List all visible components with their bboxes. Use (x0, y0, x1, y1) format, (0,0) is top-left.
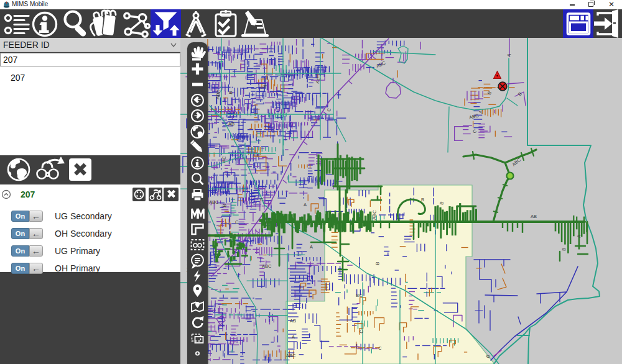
svg-text:A: A (304, 202, 307, 207)
svg-text:C: C (472, 128, 478, 135)
svg-text:B: B (486, 90, 493, 96)
svg-text:AB: AB (228, 121, 234, 127)
svg-text:C: C (326, 107, 332, 112)
svg-text:BC: BC (356, 293, 363, 298)
svg-text:A: A (576, 234, 582, 238)
svg-text:B: B (517, 91, 523, 98)
svg-text:ABC: ABC (209, 199, 219, 205)
svg-text:A: A (310, 244, 313, 250)
svg-text:ABC: ABC (511, 157, 522, 167)
svg-text:ABC: ABC (375, 60, 386, 69)
svg-text:AC: AC (314, 76, 322, 84)
svg-text:A: A (506, 53, 512, 57)
svg-text:C: C (378, 345, 382, 351)
svg-text:B: B (421, 197, 424, 202)
svg-text:B: B (228, 91, 234, 95)
svg-text:ABC: ABC (371, 210, 378, 220)
svg-text:ABC: ABC (262, 263, 272, 269)
svg-text:AB: AB (531, 214, 537, 219)
svg-text:C: C (260, 197, 264, 202)
svg-text:C: C (235, 219, 239, 225)
svg-text:AB: AB (290, 318, 296, 324)
svg-text:ABC: ABC (286, 353, 296, 358)
svg-text:A: A (292, 334, 295, 340)
svg-text:B: B (561, 247, 567, 251)
svg-text:AC: AC (221, 155, 227, 163)
